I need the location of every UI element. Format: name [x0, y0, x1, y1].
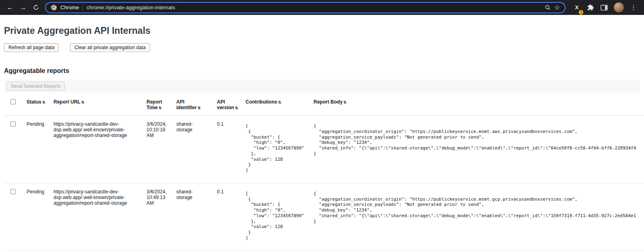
- header-report-url[interactable]: Report URL⇅: [54, 93, 147, 116]
- report-time-cell: 3/6/2024, 10:49:13 AM: [147, 183, 176, 251]
- api-identifier-cell: shared-storage: [176, 116, 217, 183]
- menu-icon[interactable]: ⋮: [628, 2, 639, 14]
- report-body-cell: { "aggregation_coordinator_origin": "htt…: [314, 183, 644, 251]
- sort-icon: ⇅: [81, 100, 85, 104]
- header-report-body[interactable]: Report Body⇅: [314, 93, 644, 116]
- private-aggregation-internals-page: Private Aggregation API Internals Refres…: [0, 25, 644, 251]
- omnibox-separator: [83, 4, 83, 11]
- page-title: Private Aggregation API Internals: [4, 25, 644, 36]
- row-checkbox[interactable]: [10, 189, 16, 194]
- address-bar[interactable]: Chrome chrome://private-aggregation-inte…: [45, 2, 566, 13]
- extension-x-icon[interactable]: X 1: [572, 2, 582, 14]
- report-url-cell: https://privacy-sandcastle-dev-dsp.web.a…: [54, 116, 147, 183]
- report-body-json: { "aggregation_coordinator_origin": "htt…: [314, 191, 639, 224]
- contributions-cell: [ { "bucket": { "high": "0", "low": "123…: [246, 116, 314, 183]
- reload-icon: [33, 4, 39, 10]
- bookmark-star-icon[interactable]: ☆: [554, 4, 560, 11]
- report-body-cell: { "aggregation_coordinator_origin": "htt…: [314, 116, 644, 183]
- row-select-cell: [4, 116, 27, 183]
- sort-icon: ⇅: [198, 106, 201, 110]
- report-url-cell: https://privacy-sandcastle-dev-dsp.web.a…: [54, 183, 147, 251]
- table-row: Pending https://privacy-sandcastle-dev-d…: [4, 116, 644, 183]
- reload-button[interactable]: [30, 2, 42, 14]
- api-version-cell: 0.1: [217, 116, 246, 183]
- send-selected-reports-button[interactable]: Send Selected Reports: [6, 82, 65, 91]
- table-header-row: Status⇅ Report URL⇅ Report Time⇅ API ide…: [4, 93, 644, 116]
- side-panel-icon[interactable]: [599, 2, 609, 14]
- back-icon: ←: [7, 4, 14, 12]
- table-row: Pending https://privacy-sandcastle-dev-d…: [4, 183, 644, 251]
- row-checkbox[interactable]: [10, 121, 16, 127]
- site-chip-label: Chrome: [60, 4, 79, 10]
- report-time-cell: 3/6/2024, 10:10:18 AM: [147, 116, 176, 183]
- reports-toolbar: Send Selected Reports: [4, 80, 640, 93]
- sort-icon: ⇅: [278, 100, 281, 104]
- header-contributions[interactable]: Contributions⇅: [246, 93, 314, 116]
- forward-icon: →: [20, 4, 27, 12]
- sort-icon: ⇅: [343, 100, 347, 104]
- sort-icon: ⇅: [42, 100, 45, 104]
- aggregatable-reports-table: Status⇅ Report URL⇅ Report Time⇅ API ide…: [4, 93, 644, 251]
- browser-toolbar: ← → Chrome chrome://private-aggregation-…: [0, 0, 644, 15]
- header-api-version[interactable]: API version⇅: [217, 93, 246, 116]
- select-all-checkbox[interactable]: [10, 99, 16, 104]
- api-version-cell: 0.1: [217, 183, 246, 251]
- api-identifier-cell: shared-storage: [176, 183, 217, 251]
- sort-icon: ⇅: [159, 106, 162, 110]
- header-status[interactable]: Status⇅: [27, 93, 54, 116]
- sort-icon: ⇅: [235, 106, 238, 110]
- forward-button[interactable]: →: [17, 2, 29, 14]
- contributions-cell: [ { "bucket": { "high": "0", "low": "123…: [246, 183, 314, 251]
- url-text: chrome://private-aggregation-internals: [87, 4, 541, 10]
- status-cell: Pending: [27, 116, 54, 183]
- refresh-all-page-data-button[interactable]: Refresh all page data: [4, 43, 59, 52]
- status-cell: Pending: [27, 183, 54, 251]
- contributions-json: [ { "bucket": { "high": "0", "low": "123…: [246, 191, 309, 241]
- section-title: Aggregatable reports: [4, 67, 644, 75]
- clear-all-private-aggregation-data-button[interactable]: Clear all private aggregation data: [70, 43, 150, 52]
- extension-count-badge: 1: [579, 10, 583, 15]
- page-actions: Refresh all page data Clear all private …: [4, 43, 644, 52]
- contributions-json: [ { "bucket": { "high": "0", "low": "123…: [246, 123, 309, 173]
- chrome-logo-icon: [51, 4, 57, 10]
- zoom-icon[interactable]: [545, 4, 551, 10]
- report-body-json: { "aggregation_coordinator_origin": "htt…: [314, 123, 639, 157]
- header-api-identifier[interactable]: API identifier⇅: [176, 93, 217, 116]
- back-button[interactable]: ←: [4, 2, 16, 14]
- extensions-puzzle-icon[interactable]: [585, 2, 596, 14]
- row-select-cell: [4, 183, 27, 251]
- header-report-time[interactable]: Report Time⇅: [147, 93, 176, 116]
- profile-avatar[interactable]: [614, 2, 624, 12]
- select-all-header-cell: [4, 93, 27, 116]
